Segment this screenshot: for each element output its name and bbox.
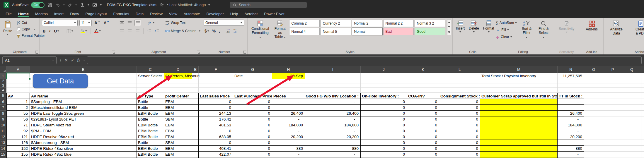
cell-D7[interactable]: EBM (164, 105, 192, 111)
cell-L15[interactable]: 0 (439, 152, 480, 157)
cell-J14[interactable]: 0 (361, 146, 407, 152)
cell-I9[interactable]: - (305, 116, 361, 122)
sort-filter-button[interactable]: AZ Sort &Filter (519, 20, 534, 40)
cell-D2[interactable] (164, 79, 192, 83)
column-header-C[interactable]: C (137, 66, 164, 73)
cell-J8[interactable]: 0 (361, 111, 407, 116)
table-header-D5[interactable]: profit Center (164, 93, 192, 99)
cell-F8[interactable]: 244.13 (199, 111, 233, 116)
cell-B7[interactable]: $Maschinenstillstand EBM (30, 105, 137, 111)
excel-logo-icon[interactable] (4, 2, 9, 8)
cell-B11[interactable]: $PM - EBM (30, 128, 137, 134)
cell-F6[interactable]: 0 (199, 99, 233, 105)
cell-N8[interactable]: 26,400 (558, 111, 584, 116)
table-header-N5[interactable]: TT in Stock : (558, 93, 584, 99)
column-header-F[interactable]: F (199, 66, 233, 73)
cell-L13[interactable]: 0 (439, 140, 480, 146)
cell-P6[interactable] (603, 99, 622, 105)
cell-L8[interactable]: 0 (439, 111, 480, 116)
cell-O6[interactable] (584, 99, 603, 105)
cell-L3[interactable] (439, 83, 480, 88)
cell-B4[interactable] (30, 88, 137, 93)
column-header-H[interactable]: H (272, 66, 305, 73)
redo-icon[interactable] (67, 2, 73, 8)
cell-D8[interactable]: EBM (164, 111, 192, 116)
cell-J12[interactable]: 0 (361, 134, 407, 140)
gallery-up-icon[interactable] (448, 22, 450, 23)
cell-A15[interactable]: 155 (6, 152, 30, 157)
cell-H13[interactable]: - (272, 140, 305, 146)
cell-O5[interactable] (584, 93, 603, 99)
cell-I15[interactable]: - (305, 152, 361, 157)
cell-M11[interactable] (480, 128, 558, 134)
cell-O13[interactable] (584, 140, 603, 146)
tab-insert[interactable]: Insert (51, 10, 67, 18)
table-header-F5[interactable]: Last sales Price (199, 93, 233, 99)
conditional-formatting-button[interactable]: ConditionalFormatting (249, 20, 271, 40)
cell-K12[interactable]: 0 (407, 134, 439, 140)
cell-D1[interactable]: St. Peters, Missouri (164, 73, 192, 79)
cell-H15[interactable]: - (272, 152, 305, 157)
gallery-more-icon[interactable] (448, 31, 450, 33)
cell-A7[interactable]: 2 (6, 105, 30, 111)
table-header-K5[interactable]: COA-INV (407, 93, 439, 99)
cell-N9[interactable]: - (558, 116, 584, 122)
cell-F10[interactable]: 401.53 (199, 122, 233, 128)
cell-L7[interactable]: 0 (439, 105, 480, 111)
cell-P4[interactable] (603, 88, 622, 93)
cell-C2[interactable] (137, 79, 164, 83)
cell-E8[interactable] (192, 111, 199, 116)
cell-L11[interactable]: 0 (439, 128, 480, 134)
cell-B15[interactable]: HDPE Ridex 48oz blue (30, 152, 137, 157)
cell-F13[interactable]: 0 (199, 140, 233, 146)
cell-H3[interactable] (272, 83, 305, 88)
cell-K3[interactable] (407, 83, 439, 88)
cell-G1[interactable]: Date (233, 73, 272, 79)
cell-G9[interactable]: 0 (233, 116, 272, 122)
select-all-corner[interactable] (0, 66, 6, 73)
cell-K10[interactable]: 0 (407, 122, 439, 128)
underline-button[interactable]: U (53, 28, 60, 34)
cell-O4[interactable] (584, 88, 603, 93)
name-box[interactable]: A1 (2, 56, 57, 64)
share-person-icon[interactable] (159, 2, 164, 8)
tab-home[interactable]: Home (15, 10, 32, 18)
cell-F11[interactable]: 0 (199, 128, 233, 134)
analyze-data-button[interactable]: AnalyzeData (608, 20, 625, 37)
cell-G7[interactable]: 0 (233, 105, 272, 111)
cell-P8[interactable] (603, 111, 622, 116)
copy-dropdown-icon[interactable] (33, 29, 35, 30)
cell-H9[interactable]: - (272, 116, 305, 122)
cell-J1[interactable] (361, 73, 407, 79)
cell-H7[interactable]: - (272, 105, 305, 111)
cell-D6[interactable]: EBM (164, 99, 192, 105)
cell-D10[interactable]: EBM (164, 122, 192, 128)
cell-Q15[interactable] (622, 152, 641, 157)
column-header-G[interactable]: G (233, 66, 272, 73)
cell-I13[interactable]: - (305, 140, 361, 146)
cell-A8[interactable]: 55 (6, 111, 30, 116)
cell-L10[interactable]: 0 (439, 122, 480, 128)
borders-button[interactable] (66, 28, 74, 34)
bold-button[interactable]: B (42, 28, 46, 34)
cell-K15[interactable]: 0 (407, 152, 439, 157)
tab-acrobat[interactable]: Acrobat (241, 10, 261, 18)
cell-H4[interactable] (272, 88, 305, 93)
cell-F3[interactable] (199, 83, 233, 88)
cell-J15[interactable]: 0 (361, 152, 407, 157)
cell-D11[interactable]: EBM (164, 128, 192, 134)
search-box[interactable]: Search (230, 2, 307, 8)
column-header-D[interactable]: D (164, 66, 192, 73)
cell-N11[interactable]: - (558, 128, 584, 134)
tab-view[interactable]: View (166, 10, 180, 18)
cell-E15[interactable] (192, 152, 199, 157)
cell-A1[interactable] (6, 73, 30, 79)
cell-M4[interactable] (480, 88, 558, 93)
cell-J9[interactable]: 0 (361, 116, 407, 122)
cell-O7[interactable] (584, 105, 603, 111)
cell-A6[interactable]: 1 (6, 99, 30, 105)
cell-K7[interactable]: 0 (407, 105, 439, 111)
cancel-entry-icon[interactable]: ✕ (64, 58, 68, 63)
align-top-icon[interactable] (119, 20, 125, 26)
quick-access-overflow-icon[interactable] (100, 4, 102, 6)
